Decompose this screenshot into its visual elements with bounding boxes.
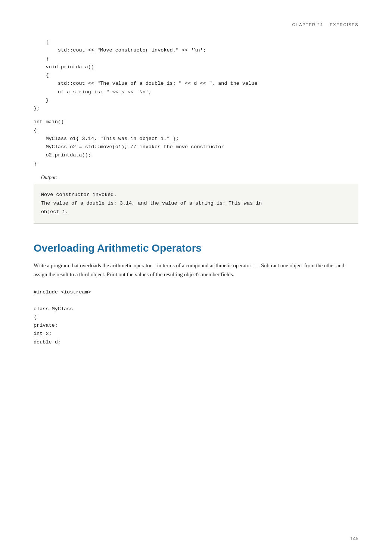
code-line: }; [34,105,358,113]
code-line: { [34,71,358,80]
code-line: MyClass o1{ 3.14, "This was in object 1.… [34,135,358,143]
output-line-1: Move constructor invoked. [41,191,351,199]
section-title: Overloading Arithmetic Operators [34,242,358,254]
code-line: of a string is: " << s << '\n'; [34,88,358,96]
chapter-number: CHAPTER 24 [292,22,323,27]
code-line: double d; [34,338,358,346]
code-line: } [34,96,358,105]
code-line: #include <iostream> [34,288,358,296]
code-line: void printdata() [34,63,358,71]
code-line: int x; [34,330,358,338]
section-description: Write a program that overloads the arith… [34,261,358,279]
code-line: { [34,127,358,135]
code-block-top: { std::cout << "Move constructor invoked… [34,38,358,113]
output-line-2: The value of a double is: 3.14, and the … [41,199,351,208]
output-label: Output: [34,175,358,181]
code-line: std::cout << "Move constructor invoked."… [34,46,358,55]
code-line: { [34,313,358,321]
code-line: } [34,160,358,168]
code-line: private: [34,321,358,330]
chapter-label: CHAPTER 24 EXERCISES [292,22,358,27]
code-line: std::cout << "The value of a double is: … [34,80,358,88]
code-line: { [34,38,358,46]
section-label: EXERCISES [330,22,358,27]
code-line: class MyClass [34,305,358,313]
output-line-3: object 1. [41,208,351,217]
page: CHAPTER 24 EXERCISES { std::cout << "Mov… [0,0,392,560]
page-number: 145 [350,536,358,541]
code-block-main: int main() { MyClass o1{ 3.14, "This was… [34,118,358,168]
code-line: o2.printdata(); [34,151,358,159]
code-line [34,296,358,305]
page-header: CHAPTER 24 EXERCISES [34,22,358,27]
code-block-bottom: #include <iostream> class MyClass { priv… [34,288,358,346]
output-box: Move constructor invoked. The value of a… [34,184,358,224]
code-line: int main() [34,118,358,126]
code-line: } [34,55,358,63]
code-line: MyClass o2 = std::move(o1); // invokes t… [34,143,358,151]
